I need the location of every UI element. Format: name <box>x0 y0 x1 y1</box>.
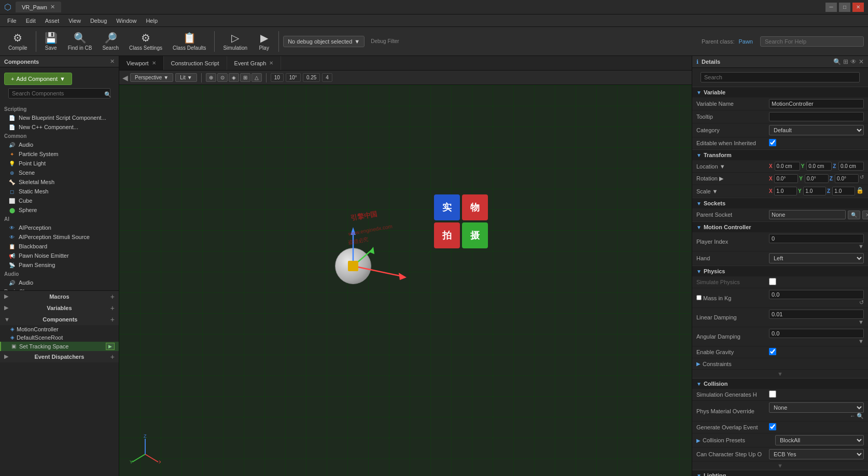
collision-presets-dropdown[interactable]: BlockAll <box>775 435 864 445</box>
event-dispatchers-header[interactable]: ▶ Event Dispatchers + <box>0 351 119 362</box>
components-tree-header[interactable]: ▼ Components + <box>0 314 119 325</box>
search-help-input[interactable] <box>760 36 864 47</box>
category-dropdown[interactable]: Default <box>769 125 864 135</box>
static-mesh-item[interactable]: ◻ Static Mesh <box>0 187 119 196</box>
motion-controller-section-header[interactable]: ▼ Motion Controller <box>692 221 868 232</box>
linear-damping-input[interactable] <box>769 310 864 319</box>
rot-x-input[interactable] <box>774 174 798 183</box>
linear-damping-arrow[interactable]: ▼ <box>858 319 864 325</box>
grid-size-input[interactable]: 10 <box>271 73 284 82</box>
minimize-button[interactable]: ─ <box>825 3 837 12</box>
point-light-item[interactable]: 💡 Point Light <box>0 159 119 168</box>
menu-edit[interactable]: Edit <box>22 17 40 25</box>
particle-system-item[interactable]: ✦ Particle System <box>0 149 119 159</box>
default-scene-root-tree-item[interactable]: ◈ DefaultSceneRoot <box>0 333 119 342</box>
mass-input[interactable] <box>769 290 864 299</box>
collision-presets-expand[interactable]: ▶ <box>696 438 701 443</box>
variables-section-header[interactable]: ▶ Variables + <box>0 302 119 314</box>
details-eye-action[interactable]: 👁 <box>850 58 857 65</box>
num4-input[interactable]: 4 <box>322 73 332 82</box>
audio-item[interactable]: 🔊 Audio <box>0 140 119 149</box>
editable-checkbox[interactable] <box>769 139 776 146</box>
loc-y-input[interactable] <box>806 162 832 171</box>
mass-reset-icon[interactable]: ↺ <box>859 299 864 306</box>
search-components-input[interactable] <box>8 88 110 99</box>
close-button[interactable]: ✕ <box>852 3 864 12</box>
angular-damping-input[interactable] <box>769 329 864 338</box>
tab-close-icon[interactable]: ✕ <box>50 4 55 10</box>
maximize-button[interactable]: □ <box>839 3 850 12</box>
angular-damping-arrow[interactable]: ▼ <box>858 338 864 344</box>
find-in-cb-button[interactable]: 🔍 Find in CB <box>64 29 96 54</box>
scale-lock-icon[interactable]: 🔒 <box>856 187 864 195</box>
physics-section-header[interactable]: ▼ Physics <box>692 265 868 276</box>
mode-btn-4[interactable]: ⊞ <box>240 73 250 82</box>
tab-construction-script[interactable]: Construction Script <box>164 56 227 70</box>
event-dispatchers-add[interactable]: + <box>110 353 115 361</box>
mode-btn-5[interactable]: △ <box>251 73 262 82</box>
mode-btn-1[interactable]: ⊕ <box>206 73 216 82</box>
lighting-section-header[interactable]: ▼ Lighting <box>692 470 868 476</box>
ai-perception-stimuli-item[interactable]: 👁 AIPerception Stimuli Source <box>0 232 119 242</box>
phys-material-back[interactable]: ← <box>850 413 856 419</box>
viewport[interactable]: 引擎中国 www.enginedx.com 盗猎必究 实 物 拍 摄 X <box>119 85 692 476</box>
phys-material-dropdown[interactable]: None <box>769 402 864 413</box>
macros-add-button[interactable]: + <box>110 292 115 301</box>
scale-x-input[interactable] <box>774 187 797 195</box>
loc-z-input[interactable] <box>838 162 864 171</box>
rot-reset-icon[interactable]: ↺ <box>860 174 864 183</box>
components-tree-add[interactable]: + <box>110 315 115 324</box>
details-search-action[interactable]: 🔍 <box>833 58 841 65</box>
simulate-physics-checkbox[interactable] <box>769 278 776 285</box>
new-cpp-component-item[interactable]: 📄 New C++ Component... <box>0 122 119 132</box>
player-index-input[interactable] <box>769 234 864 243</box>
ai-perception-item[interactable]: 👁 AIPerception <box>0 223 119 232</box>
angle-input[interactable]: 10° <box>286 73 301 82</box>
simulation-button[interactable]: ▷ Simulation <box>219 29 251 54</box>
menu-view[interactable]: View <box>64 17 85 25</box>
mode-btn-2[interactable]: ⊙ <box>217 73 228 82</box>
save-button[interactable]: 💾 Save <box>40 29 62 54</box>
event-graph-tab-close[interactable]: ✕ <box>269 60 273 66</box>
viewport-toggle-icon[interactable]: ◀ <box>122 74 128 82</box>
set-tracking-space-tree-item[interactable]: ▣ Set Tracking Space ▶ <box>0 342 119 351</box>
mode-btn-3[interactable]: ◈ <box>229 73 239 82</box>
transform-section-header[interactable]: ▼ Transform <box>692 149 868 160</box>
perspective-button[interactable]: Perspective ▼ <box>130 73 173 82</box>
components-panel-close[interactable]: ✕ <box>110 58 115 65</box>
play-button[interactable]: ▶ Play <box>254 29 274 54</box>
can-character-dropdown[interactable]: ECB Yes ECB No <box>769 449 864 459</box>
motion-controller-tree-item[interactable]: ◈ MotionController <box>0 325 119 333</box>
rot-z-input[interactable] <box>835 174 859 183</box>
class-settings-button[interactable]: ⚙ Class Settings <box>125 29 166 54</box>
details-search-input[interactable] <box>701 72 860 82</box>
new-blueprint-script-item[interactable]: 📄 New Blueprint Script Component... <box>0 113 119 122</box>
menu-debug[interactable]: Debug <box>86 17 111 25</box>
parent-socket-input[interactable] <box>769 210 846 219</box>
variable-section-header[interactable]: ▼ Variable <box>692 87 868 97</box>
viewport-tab-close[interactable]: ✕ <box>152 60 156 66</box>
hand-dropdown[interactable]: Left Right <box>769 253 864 263</box>
tooltip-input[interactable] <box>769 112 864 121</box>
main-tab[interactable]: VR_Pawn ✕ <box>16 2 61 12</box>
details-close-action[interactable]: ✕ <box>859 58 864 65</box>
debug-filter-dropdown[interactable]: No debug object selected ▼ <box>283 36 365 47</box>
scale-y-input[interactable] <box>803 187 826 195</box>
mass-checkbox[interactable] <box>696 295 702 300</box>
add-component-button[interactable]: + Add Component ▼ <box>4 73 72 85</box>
menu-asset[interactable]: Asset <box>41 17 64 25</box>
tab-viewport[interactable]: Viewport ✕ <box>119 56 164 70</box>
search-button[interactable]: 🔎 Search <box>98 29 123 54</box>
constraints-expand-icon[interactable]: ▶ <box>696 361 701 367</box>
menu-window[interactable]: Window <box>112 17 141 25</box>
class-defaults-button[interactable]: 📋 Class Defaults <box>169 29 210 54</box>
loc-x-input[interactable] <box>775 162 800 171</box>
sockets-section-header[interactable]: ▼ Sockets <box>692 198 868 208</box>
audio-item-2[interactable]: 🔊 Audio <box>0 278 119 287</box>
lit-button[interactable]: Lit ▼ <box>175 73 197 82</box>
sim-generates-checkbox[interactable] <box>769 390 776 398</box>
scene-item[interactable]: ⊕ Scene <box>0 168 119 177</box>
blackboard-item[interactable]: 📋 Blackboard <box>0 242 119 251</box>
rot-y-input[interactable] <box>805 174 829 183</box>
macros-section-header[interactable]: ▶ Macros + <box>0 291 119 302</box>
